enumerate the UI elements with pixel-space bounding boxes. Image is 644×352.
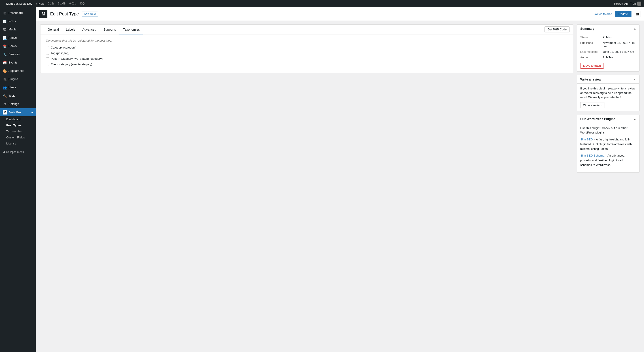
checkbox-wp-pattern-label[interactable]: Pattern Category (wp_pattern_category)	[51, 57, 103, 60]
switch-to-draft-button[interactable]: Switch to draft	[594, 12, 612, 16]
plus-icon: +	[36, 2, 38, 5]
site-name[interactable]: Meta Box Local Dev	[6, 2, 32, 5]
sidebar-item-services[interactable]: 🔧 Services	[0, 50, 36, 58]
plugin-slim-seo-schema: Slim SEO Schema – An advanced, powerful …	[580, 154, 636, 167]
summary-published-row: Published November 03, 2023 4:48 pm	[580, 41, 636, 48]
tab-general[interactable]: General	[44, 25, 62, 34]
summary-status-row: Status Publish	[580, 36, 636, 39]
sidebar-item-label: Posts	[8, 19, 16, 23]
sidebar-item-settings[interactable]: ⚙ Settings	[0, 100, 36, 108]
user-avatar	[637, 2, 641, 6]
checkbox-category-label[interactable]: Category (category)	[51, 46, 76, 49]
checkbox-event-category-input[interactable]	[46, 63, 49, 66]
sidebar-item-label: Books	[8, 44, 16, 48]
taxonomies-description: Taxonomies that will be registered for t…	[46, 39, 568, 42]
last-modified-value: June 21, 2024 12:27 am	[603, 50, 634, 54]
plugins-intro: Like this plugin? Check out our other Wo…	[580, 126, 636, 135]
slim-seo-schema-link[interactable]: Slim SEO Schema	[580, 154, 604, 157]
users-icon: 👥	[3, 85, 7, 90]
howdy-label: Howdy, Anh Tran	[614, 2, 636, 5]
sidebar-item-label: Users	[8, 86, 16, 90]
summary-modified-row: Last modified June 21, 2024 12:27 am	[580, 50, 636, 54]
review-title: Write a review	[580, 78, 601, 81]
dashboard-icon: ⊞	[3, 11, 7, 16]
sidebar-item-label: Appearance	[8, 69, 24, 73]
checkbox-category-input[interactable]	[46, 46, 49, 49]
tab-labels[interactable]: Labels	[62, 25, 79, 34]
submenu-license[interactable]: License	[0, 140, 36, 146]
summary-title: Summary	[580, 27, 594, 30]
media-icon: 🖼	[3, 27, 7, 32]
tab-supports[interactable]: Supports	[100, 25, 120, 34]
move-to-trash-button[interactable]: Move to trash	[580, 62, 604, 69]
status-value: Publish	[603, 36, 612, 39]
sidebar-item-posts[interactable]: 📄 Posts	[0, 17, 36, 26]
review-collapse-icon: ▲	[634, 78, 636, 81]
get-php-code-button[interactable]: Get PHP Code	[544, 26, 570, 32]
main-content: M Edit Post Type Add New Switch to draft…	[36, 7, 644, 352]
page-logo: M	[39, 10, 48, 18]
books-icon: 📚	[3, 44, 7, 48]
settings-icon: ⚙	[3, 102, 7, 106]
sidebar-item-media[interactable]: 🖼 Media	[0, 26, 36, 34]
sidebar-item-plugins[interactable]: 🔌 Plugins	[0, 75, 36, 84]
review-text: If you like this plugin, please write a …	[580, 86, 636, 100]
appearance-icon: 🎨	[3, 69, 7, 73]
stat-time: 0.12s	[48, 2, 54, 5]
posts-icon: 📄	[3, 19, 7, 24]
stat-memory: 5.1MB	[58, 2, 66, 5]
add-new-button[interactable]: Add New	[82, 11, 98, 17]
summary-author-row: Author Anh Tran	[580, 56, 636, 59]
submenu-dashboard[interactable]: Dashboard	[0, 116, 36, 122]
toggle-panel-icon: ▦	[636, 12, 639, 16]
plugins-collapse-icon: ▲	[634, 118, 636, 120]
summary-panel-header[interactable]: Summary ▲	[577, 24, 639, 33]
new-item[interactable]: + New	[36, 2, 44, 5]
sidebar-item-pages[interactable]: 📃 Pages	[0, 34, 36, 42]
sidebar-item-dashboard[interactable]: ⊞ Dashboard	[0, 9, 36, 17]
sidebar-item-appearance[interactable]: 🎨 Appearance	[0, 67, 36, 75]
author-value: Anh Tran	[603, 56, 614, 59]
checkbox-post-tag-input[interactable]	[46, 52, 49, 55]
sidebar-item-label: Media	[8, 28, 16, 32]
plugins-card: Our WordPress Plugins ▲ Like this plugin…	[577, 115, 640, 173]
sidebar-item-label: Pages	[8, 36, 17, 40]
tab-taxonomies[interactable]: Taxonomies	[120, 25, 143, 34]
sidebar-item-events[interactable]: 📅 Events	[0, 58, 36, 67]
collapse-menu[interactable]: ◀ Collapse menu	[0, 148, 36, 156]
sidebar-item-tools[interactable]: 🔨 Tools	[0, 92, 36, 100]
checkbox-wp-pattern-input[interactable]	[46, 57, 49, 60]
collapse-label: Collapse menu	[6, 150, 24, 154]
status-label: Status	[580, 36, 603, 39]
main-panel: General Labels Advanced Supports Taxonom…	[40, 24, 573, 176]
plugins-icon: 🔌	[3, 77, 7, 82]
sidebar-item-label: Services	[8, 52, 20, 56]
checkbox-wp-pattern-category: Pattern Category (wp_pattern_category)	[46, 57, 568, 60]
published-label: Published	[580, 41, 603, 48]
toggle-panel-button[interactable]: ▦	[634, 11, 640, 17]
sidebar-item-users[interactable]: 👥 Users	[0, 84, 36, 92]
summary-collapse-icon: ▲	[634, 27, 636, 30]
metabox-menu-header[interactable]: M Meta Box ◀	[0, 108, 36, 116]
sidebar-item-books[interactable]: 📚 Books	[0, 42, 36, 50]
checkbox-category: Category (category)	[46, 46, 568, 49]
submenu-taxonomies[interactable]: Taxonomies	[0, 128, 36, 134]
checkbox-event-category-label[interactable]: Event category (event-category)	[51, 62, 92, 66]
sidebar-item-label: Events	[8, 60, 18, 65]
checkbox-post-tag-label[interactable]: Tag (post_tag)	[51, 52, 69, 55]
admin-bar: Meta Box Local Dev + New 0.12s 5.1MB 0.0…	[0, 0, 644, 7]
review-panel-body: If you like this plugin, please write a …	[577, 84, 639, 111]
slim-seo-link[interactable]: Slim SEO	[580, 138, 593, 141]
submenu-custom-fields[interactable]: Custom Fields	[0, 134, 36, 140]
submenu-post-types[interactable]: Post Types	[0, 122, 36, 128]
update-button[interactable]: Update	[615, 11, 632, 17]
metabox-arrow-icon: ◀	[31, 111, 33, 114]
plugins-panel-header[interactable]: Our WordPress Plugins ▲	[577, 115, 639, 123]
write-review-button[interactable]: Write a review	[580, 102, 604, 108]
metabox-logo: M	[3, 110, 7, 114]
content-layout: General Labels Advanced Supports Taxonom…	[40, 24, 640, 176]
tab-advanced[interactable]: Advanced	[79, 25, 100, 34]
plugins-panel-title: Our WordPress Plugins	[580, 117, 616, 121]
review-panel-header[interactable]: Write a review ▲	[577, 75, 639, 84]
summary-card: Summary ▲ Status Publish Published Novem…	[577, 24, 640, 72]
